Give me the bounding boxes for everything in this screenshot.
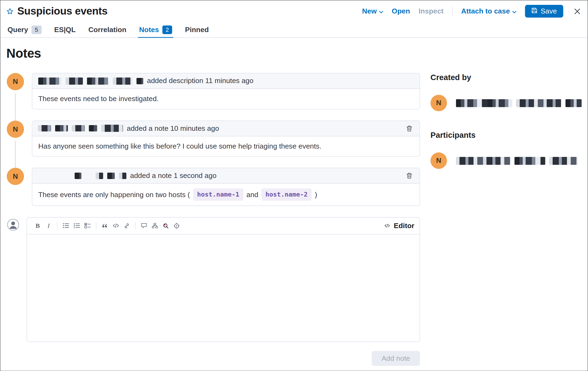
note-item: N added description 11 minutes ago	[6, 73, 420, 109]
unordered-list-icon[interactable]	[60, 220, 71, 231]
insight-icon[interactable]	[171, 220, 182, 231]
toolbar-divider	[135, 222, 135, 229]
created-by-heading: Created by	[431, 73, 582, 82]
quote-icon[interactable]	[99, 220, 110, 231]
redacted-username	[38, 77, 143, 84]
bold-icon[interactable]: B	[32, 220, 43, 231]
delete-note-icon[interactable]	[403, 170, 415, 181]
tab-correlation[interactable]: Correlation	[87, 22, 127, 37]
avatar: N	[7, 73, 24, 90]
redacted-username	[456, 99, 582, 107]
add-note-button[interactable]: Add note	[371, 351, 420, 366]
tab-label: Notes	[139, 26, 159, 34]
avatar: N	[7, 168, 24, 185]
comment-icon[interactable]	[138, 220, 149, 231]
tab-notes[interactable]: Notes 2	[138, 22, 173, 37]
task-list-icon[interactable]	[82, 220, 93, 231]
header-divider	[452, 7, 452, 15]
lens-icon[interactable]	[160, 220, 171, 231]
italic-icon[interactable]: I	[43, 220, 54, 231]
redacted-username	[456, 157, 577, 164]
open-button[interactable]: Open	[392, 7, 410, 15]
timeline-icon[interactable]	[149, 220, 160, 231]
save-button-label: Save	[541, 7, 557, 15]
tab-bar: Query 5 ES|QL Correlation Notes 2 Pinned	[0, 22, 587, 38]
markdown-editor: B I	[27, 217, 420, 342]
redacted-username	[38, 173, 126, 179]
note-text: and	[246, 189, 258, 200]
current-user-avatar	[7, 219, 19, 231]
toolbar-divider	[57, 222, 57, 229]
note-body: These events need to be investigated.	[32, 89, 420, 109]
new-note-editor-row: B I	[6, 217, 420, 342]
editor-mode-label: Editor	[394, 222, 414, 230]
timeline-connector	[15, 93, 16, 121]
editor-toolbar: B I	[27, 218, 420, 235]
markdown-code-icon	[384, 222, 390, 230]
note-avatar-column: N	[6, 121, 32, 157]
note-card: added description 11 minutes ago These e…	[32, 73, 420, 109]
tab-query[interactable]: Query 5	[6, 22, 43, 37]
ordered-list-icon[interactable]	[71, 220, 82, 231]
note-item: N added a note 1 second ago	[6, 168, 420, 206]
redacted-username	[38, 125, 123, 132]
attach-to-case-label: Attach to case	[461, 7, 510, 15]
note-body: These events are only happening on two h…	[32, 184, 420, 205]
tab-label: Pinned	[185, 26, 209, 34]
new-button[interactable]: New	[362, 7, 383, 15]
note-text: )	[315, 189, 317, 200]
timeline-connector	[15, 141, 16, 168]
avatar: N	[431, 95, 447, 111]
tab-esql[interactable]: ES|QL	[53, 22, 77, 37]
code-icon[interactable]	[110, 220, 121, 231]
open-button-label: Open	[392, 7, 410, 15]
notes-sidebar: Created by N Participants N	[431, 38, 582, 169]
note-card: added a note 10 minutes ago Has anyone s…	[32, 121, 420, 157]
header-actions: New Open Inspect Attach to case	[362, 5, 582, 18]
note-action-text: added description 11 minutes ago	[147, 77, 253, 85]
tab-pinned[interactable]: Pinned	[184, 22, 210, 37]
note-action-text: added a note 10 minutes ago	[127, 124, 219, 133]
note-input[interactable]	[27, 234, 420, 341]
host-name-chip: host.name-1	[193, 188, 244, 201]
add-note-row: Add note	[6, 351, 420, 366]
favorite-star-icon[interactable]	[6, 8, 13, 15]
participants-heading: Participants	[431, 131, 582, 140]
note-item: N added a note 10 minutes ago	[6, 121, 420, 157]
header: Suspicious events New Open Inspect Attac…	[0, 0, 587, 22]
notes-heading: Notes	[6, 46, 420, 61]
save-button[interactable]: Save	[525, 5, 563, 18]
note-avatar-column: N	[6, 73, 32, 109]
note-text: These events are only happening on two h…	[38, 189, 190, 200]
tab-count-badge: 5	[32, 25, 42, 34]
avatar: N	[7, 121, 24, 138]
delete-note-icon[interactable]	[403, 122, 415, 134]
note-card-header: added a note 1 second ago	[32, 168, 420, 184]
chevron-down-icon	[512, 7, 516, 15]
notes-tab-content: Notes N added	[0, 38, 587, 366]
page-title: Suspicious events	[17, 5, 107, 17]
avatar: N	[431, 152, 447, 169]
close-icon[interactable]	[572, 6, 582, 16]
attach-to-case-button[interactable]: Attach to case	[461, 7, 516, 15]
created-by-user: N	[431, 95, 582, 111]
note-card-header: added description 11 minutes ago	[32, 73, 420, 89]
save-icon	[531, 7, 537, 15]
chevron-down-icon	[379, 7, 383, 15]
link-icon[interactable]	[121, 220, 132, 231]
host-name-chip: host.name-2	[261, 188, 312, 201]
toolbar-divider	[96, 222, 96, 229]
editor-mode-toggle[interactable]: Editor	[384, 222, 414, 230]
inspect-button[interactable]: Inspect	[419, 7, 444, 15]
note-card: added a note 1 second ago These events a…	[32, 168, 420, 206]
notes-main-column: Notes N added	[6, 38, 420, 366]
timeline-panel: Suspicious events New Open Inspect Attac…	[0, 0, 588, 371]
tab-label: ES|QL	[54, 26, 76, 34]
new-button-label: New	[362, 7, 377, 15]
note-text: Has anyone seen something like this befo…	[38, 141, 322, 151]
note-action-text: added a note 1 second ago	[130, 171, 217, 180]
note-body: Has anyone seen something like this befo…	[32, 136, 420, 156]
note-text: These events need to be investigated.	[38, 94, 159, 104]
participant-user: N	[431, 152, 582, 169]
tab-label: Correlation	[88, 26, 126, 34]
